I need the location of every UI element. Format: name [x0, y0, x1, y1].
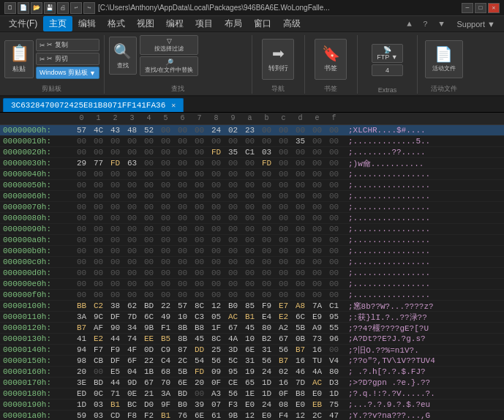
hex-byte-cell[interactable]: 00	[326, 225, 342, 233]
hex-byte-cell[interactable]: 00	[191, 389, 208, 398]
hex-byte-cell[interactable]: 1D	[73, 400, 90, 409]
hex-byte-cell[interactable]: B8	[191, 323, 208, 332]
hex-byte-cell[interactable]: 00	[140, 258, 157, 266]
hex-byte-cell[interactable]: 00	[157, 159, 174, 168]
hex-byte-cell[interactable]: 00	[157, 258, 174, 266]
table-row[interactable]: 00000110h:3A9CDF7D6C4910C305ACB1E4E26CE9…	[0, 312, 504, 323]
hex-byte-cell[interactable]: 03	[90, 411, 107, 420]
hex-byte-cell[interactable]: 00	[107, 280, 124, 288]
hex-byte-cell[interactable]: 00	[124, 181, 140, 190]
hex-byte-cell[interactable]: 2C	[174, 356, 191, 365]
hex-byte-cell[interactable]: 25	[208, 345, 225, 354]
hex-byte-cell[interactable]: 9B	[140, 323, 157, 332]
hex-byte-cell[interactable]: 00	[241, 236, 258, 244]
maximize-button[interactable]: □	[475, 3, 486, 13]
hex-byte-cell[interactable]: 00	[309, 192, 326, 200]
hex-byte-cell[interactable]: 38	[107, 301, 124, 310]
hex-byte-cell[interactable]: 00	[191, 181, 208, 190]
hex-byte-cell[interactable]: 47	[326, 411, 342, 420]
hex-byte-cell[interactable]: 00	[90, 290, 107, 299]
hex-byte-cell[interactable]: 00	[309, 203, 326, 211]
hex-byte-cell[interactable]: 00	[107, 236, 124, 244]
hex-byte-cell[interactable]: 8C	[191, 301, 208, 310]
table-row[interactable]: 000000e0h:000000000000000000000000000000…	[0, 279, 504, 290]
menu-edit[interactable]: 编辑	[72, 16, 102, 31]
hex-byte-cell[interactable]: A9	[309, 323, 326, 332]
hex-byte-cell[interactable]: 00	[225, 214, 241, 222]
hex-byte-cell[interactable]: 39	[191, 400, 208, 409]
hex-byte-cell[interactable]: AF	[90, 323, 107, 332]
hex-byte-cell[interactable]: 00	[241, 290, 258, 299]
hex-byte-cell[interactable]: 00	[191, 269, 208, 277]
hex-byte-cell[interactable]: 00	[191, 137, 208, 146]
table-row[interactable]: 00000120h:B7AF90349BF18BB81F674580A25BA9…	[0, 323, 504, 334]
bookmark-button[interactable]: 🔖 书签	[315, 39, 347, 80]
hex-byte-cell[interactable]: 00	[326, 236, 342, 244]
hex-byte-cell[interactable]: 00	[157, 170, 174, 179]
hex-byte-cell[interactable]: 00	[225, 203, 241, 211]
hex-byte-cell[interactable]: 00	[73, 258, 90, 266]
hex-byte-cell[interactable]: 00	[124, 269, 140, 277]
hex-byte-cell[interactable]: C1	[241, 148, 258, 157]
hex-byte-cell[interactable]: 00	[191, 192, 208, 200]
hex-byte-cell[interactable]: 12	[208, 301, 225, 310]
menu-window[interactable]: 窗口	[248, 16, 277, 31]
hex-byte-cell[interactable]: 00	[309, 148, 326, 157]
hex-byte-cell[interactable]: 00	[157, 137, 174, 146]
hex-byte-cell[interactable]: 00	[208, 170, 225, 179]
hex-byte-cell[interactable]: 67	[140, 378, 157, 387]
hex-byte-cell[interactable]: CE	[225, 378, 241, 387]
hex-byte-cell[interactable]: 12	[241, 411, 258, 420]
hex-byte-cell[interactable]: 00	[208, 203, 225, 211]
hex-byte-cell[interactable]: 00	[191, 170, 208, 179]
hex-byte-cell[interactable]: 00	[309, 137, 326, 146]
hex-byte-cell[interactable]: F7	[90, 345, 107, 354]
tab-close-button[interactable]: ✕	[171, 101, 176, 110]
hex-byte-cell[interactable]: 73	[309, 334, 326, 343]
hex-byte-cell[interactable]: 00	[191, 247, 208, 255]
new-icon[interactable]: 📄	[18, 2, 29, 14]
hex-byte-cell[interactable]: AC	[309, 378, 326, 387]
hex-byte-cell[interactable]: 67	[225, 323, 241, 332]
hex-byte-cell[interactable]: 00	[107, 269, 124, 277]
hex-byte-cell[interactable]: 00	[309, 280, 326, 288]
find-in-files-button[interactable]: 🔎 查找/在文件中替换	[140, 56, 198, 76]
hex-byte-cell[interactable]: E0	[258, 411, 275, 420]
hex-byte-cell[interactable]: E7	[275, 301, 292, 310]
hex-byte-cell[interactable]: 00	[258, 290, 275, 299]
hex-byte-cell[interactable]: 00	[73, 170, 90, 179]
hex-byte-cell[interactable]: 00	[292, 181, 309, 190]
hex-byte-cell[interactable]: 00	[208, 181, 225, 190]
hex-byte-cell[interactable]: 00	[292, 214, 309, 222]
hex-byte-cell[interactable]: F4	[275, 411, 292, 420]
hex-byte-cell[interactable]: 45	[241, 323, 258, 332]
hex-byte-cell[interactable]: 6C	[292, 312, 309, 321]
hex-byte-cell[interactable]: 00	[90, 258, 107, 266]
open-icon[interactable]: 📂	[31, 2, 42, 14]
hex-byte-cell[interactable]: 00	[309, 159, 326, 168]
hex-byte-cell[interactable]: 00	[124, 203, 140, 211]
hex-byte-cell[interactable]: 00	[225, 159, 241, 168]
hex-byte-cell[interactable]: 00	[241, 203, 258, 211]
hex-byte-cell[interactable]: 03	[90, 400, 107, 409]
hex-byte-cell[interactable]: A3	[208, 389, 225, 398]
hex-byte-cell[interactable]: 00	[140, 269, 157, 277]
hex-byte-cell[interactable]: 00	[191, 258, 208, 266]
menu-down-icon[interactable]: ▼	[435, 18, 448, 31]
hex-byte-cell[interactable]: 80	[258, 323, 275, 332]
hex-byte-cell[interactable]: 61	[208, 411, 225, 420]
hex-byte-cell[interactable]: 00	[225, 258, 241, 266]
table-row[interactable]: 00000020h:0000000000000000FD35C103000000…	[0, 147, 504, 158]
hex-byte-cell[interactable]: 56	[208, 356, 225, 365]
hex-byte-cell[interactable]: 00	[309, 181, 326, 190]
hex-byte-cell[interactable]: 00	[157, 269, 174, 277]
hex-byte-cell[interactable]: 0B	[292, 334, 309, 343]
hex-byte-cell[interactable]: 0F	[275, 389, 292, 398]
hex-byte-cell[interactable]: 00	[258, 269, 275, 277]
hex-byte-cell[interactable]: 41	[73, 334, 90, 343]
hex-byte-cell[interactable]: B2	[258, 334, 275, 343]
hex-byte-cell[interactable]: 22	[140, 356, 157, 365]
hex-byte-cell[interactable]: 80	[326, 367, 342, 376]
table-row[interactable]: 00000060h:000000000000000000000000000000…	[0, 191, 504, 202]
hex-byte-cell[interactable]: FD	[107, 159, 124, 168]
